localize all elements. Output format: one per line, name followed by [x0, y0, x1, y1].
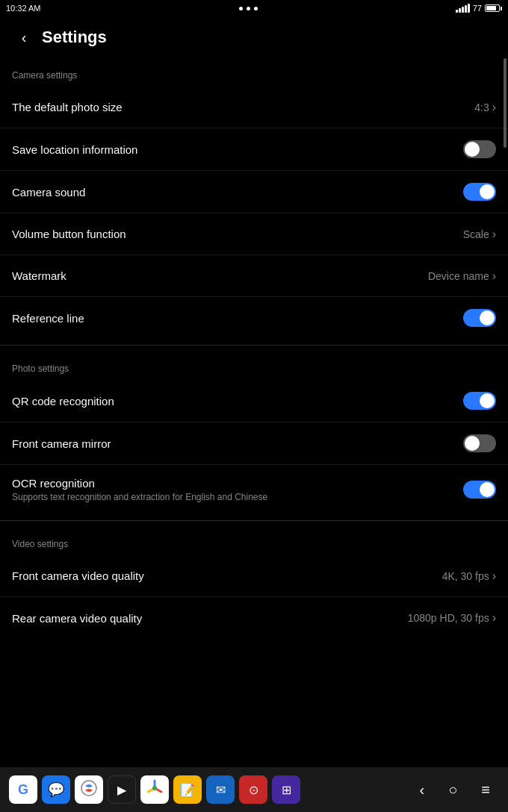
- settings-content[interactable]: Camera settings The default photo size 4…: [0, 58, 508, 767]
- setting-title-camera-sound: Camera sound: [12, 186, 463, 199]
- setting-row-save-location[interactable]: Save location information: [0, 128, 508, 171]
- nav-home-button[interactable]: ○: [442, 775, 463, 805]
- nav-app-grid[interactable]: ⊞: [272, 775, 300, 804]
- nav-menu-button[interactable]: ≡: [475, 775, 496, 805]
- nav-apps-container: G 💬 ▶ �: [0, 775, 402, 804]
- toggle-knob-qr-code: [480, 393, 495, 408]
- back-button[interactable]: ‹: [12, 25, 36, 49]
- section-label-video: Video settings: [0, 527, 508, 555]
- status-bar: 10:32 AM 77: [0, 0, 508, 16]
- setting-row-watermark[interactable]: Watermark Device name ›: [0, 255, 508, 297]
- section-label-photo: Photo settings: [0, 352, 508, 380]
- setting-value-volume-button: Scale ›: [463, 228, 496, 241]
- page-title: Settings: [42, 28, 107, 47]
- nav-app-camera[interactable]: ⊙: [239, 775, 267, 804]
- setting-title-front-mirror: Front camera mirror: [12, 437, 463, 450]
- divider-2: [0, 520, 508, 521]
- setting-row-volume-button[interactable]: Volume button function Scale ›: [0, 213, 508, 255]
- back-arrow-icon: ‹: [22, 29, 27, 46]
- setting-value-watermark: Device name ›: [428, 269, 496, 283]
- nav-app-messages[interactable]: ✉: [206, 775, 235, 804]
- status-center-dots: [239, 7, 258, 10]
- setting-title-ocr: OCR recognition: [12, 477, 463, 490]
- setting-row-front-mirror[interactable]: Front camera mirror: [0, 422, 508, 465]
- toggle-knob-save-location: [465, 142, 480, 157]
- divider-1: [0, 345, 508, 346]
- nav-app-photos[interactable]: [140, 775, 169, 804]
- setting-title-default-photo-size: The default photo size: [12, 101, 474, 113]
- toggle-knob-ocr: [480, 482, 495, 497]
- battery-icon: [485, 4, 502, 12]
- nav-app-assistant[interactable]: [75, 775, 103, 804]
- section-video: Video settings Front camera video qualit…: [0, 527, 508, 639]
- nav-app-google[interactable]: G: [9, 775, 37, 804]
- dot-3: [254, 7, 258, 10]
- status-time: 10:32 AM: [6, 4, 40, 13]
- section-camera: Camera settings The default photo size 4…: [0, 58, 508, 339]
- setting-title-volume-button: Volume button function: [12, 228, 463, 240]
- setting-title-watermark: Watermark: [12, 269, 428, 282]
- chevron-icon-volume: ›: [492, 228, 496, 241]
- setting-value-front-video-quality: 4K, 30 fps ›: [442, 569, 496, 583]
- status-right: 77: [456, 4, 502, 13]
- chevron-icon-watermark: ›: [492, 269, 496, 283]
- chevron-icon-rear-video: ›: [492, 611, 496, 625]
- toggle-knob-camera-sound: [480, 184, 495, 199]
- setting-title-rear-video-quality: Rear camera video quality: [12, 612, 408, 625]
- setting-row-camera-sound[interactable]: Camera sound: [0, 171, 508, 213]
- setting-title-front-video-quality: Front camera video quality: [12, 569, 442, 582]
- setting-title-qr-code: QR code recognition: [12, 395, 463, 407]
- nav-controls: ‹ ○ ≡: [402, 775, 508, 805]
- dot-2: [247, 7, 250, 10]
- nav-app-play[interactable]: ▶: [108, 775, 136, 804]
- setting-title-reference-line: Reference line: [12, 312, 463, 325]
- nav-bar: G 💬 ▶ �: [0, 767, 508, 812]
- nav-app-chat[interactable]: 💬: [42, 775, 70, 804]
- scroll-indicator: [504, 58, 507, 148]
- header: ‹ Settings: [0, 16, 508, 58]
- setting-value-default-photo-size: 4:3 ›: [474, 101, 496, 114]
- toggle-save-location[interactable]: [463, 140, 496, 158]
- svg-point-1: [152, 786, 157, 790]
- dot-1: [239, 7, 243, 10]
- setting-title-save-location: Save location information: [12, 143, 463, 156]
- toggle-front-mirror[interactable]: [463, 434, 496, 452]
- section-label-camera: Camera settings: [0, 58, 508, 87]
- setting-row-reference-line[interactable]: Reference line: [0, 297, 508, 339]
- toggle-knob-front-mirror: [465, 436, 480, 451]
- signal-icon: [456, 4, 470, 13]
- svg-point-0: [81, 781, 96, 796]
- chevron-icon-front-video: ›: [492, 569, 496, 583]
- setting-row-default-photo-size[interactable]: The default photo size 4:3 ›: [0, 87, 508, 128]
- section-photo: Photo settings QR code recognition Front…: [0, 352, 508, 514]
- setting-subtitle-ocr: Supports text recognition and extraction…: [12, 492, 463, 502]
- toggle-ocr[interactable]: [463, 481, 496, 499]
- toggle-qr-code[interactable]: [463, 392, 496, 410]
- setting-row-ocr[interactable]: OCR recognition Supports text recognitio…: [0, 465, 508, 514]
- toggle-reference-line[interactable]: [463, 309, 496, 327]
- setting-row-qr-code[interactable]: QR code recognition: [0, 380, 508, 422]
- nav-back-button[interactable]: ‹: [414, 775, 431, 805]
- toggle-camera-sound[interactable]: [463, 183, 496, 201]
- chevron-icon-photo-size: ›: [492, 101, 496, 114]
- battery-percent: 77: [473, 4, 482, 13]
- toggle-knob-reference-line: [480, 310, 495, 325]
- setting-value-rear-video-quality: 1080p HD, 30 fps ›: [408, 611, 496, 625]
- nav-app-notes[interactable]: 📝: [173, 775, 202, 804]
- setting-row-rear-video-quality[interactable]: Rear camera video quality 1080p HD, 30 f…: [0, 597, 508, 639]
- setting-row-front-video-quality[interactable]: Front camera video quality 4K, 30 fps ›: [0, 555, 508, 597]
